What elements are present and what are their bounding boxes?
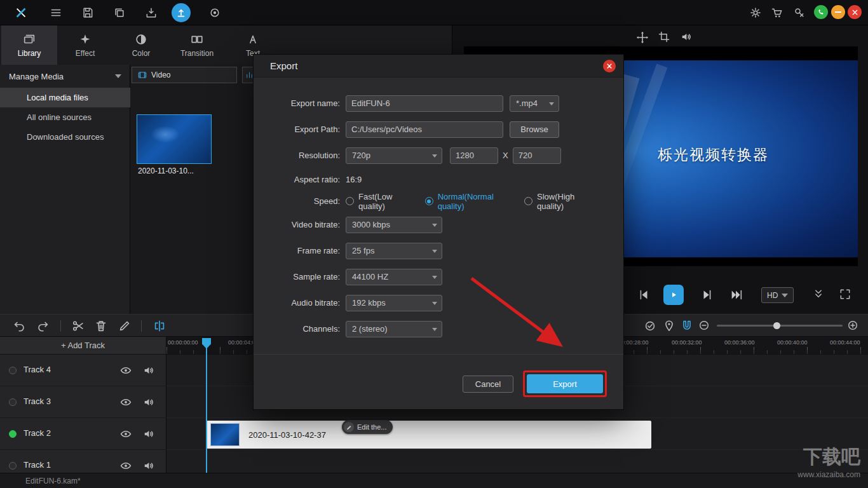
tab-color[interactable]: Color [113, 25, 169, 65]
track-status-indicator[interactable] [9, 398, 17, 406]
sidebar-item-local-media[interactable]: Local media files [0, 88, 130, 107]
watermark: 下载吧 www.xiazaiba.com [797, 444, 860, 479]
format-dropdown[interactable]: *.mp4 [510, 95, 559, 112]
sample-rate-dropdown[interactable]: 44100 HZ [346, 269, 442, 285]
track-status-indicator[interactable] [9, 462, 17, 470]
tab-effect[interactable]: Effect [57, 25, 113, 65]
watermark-url: www.xiazaiba.com [797, 470, 860, 479]
export-button[interactable]: Export [527, 374, 603, 393]
cut-icon[interactable] [71, 319, 85, 333]
manage-media-dropdown[interactable]: Manage Media [0, 67, 130, 86]
dialog-titlebar: Export [254, 55, 623, 78]
mute-speaker-icon[interactable] [142, 428, 155, 440]
cart-icon[interactable] [770, 5, 785, 20]
track-status-indicator[interactable] [9, 430, 17, 438]
sidebar-item-downloaded[interactable]: Downloaded sources [0, 127, 130, 147]
visibility-eye-icon[interactable] [119, 428, 132, 440]
skip-end-icon[interactable] [729, 288, 743, 302]
channels-label: Channels: [270, 324, 340, 334]
media-tab-video[interactable]: Video [132, 67, 237, 83]
move-tool-icon[interactable] [635, 30, 649, 44]
volume-icon[interactable] [680, 30, 694, 44]
media-sidebar: Manage Media Local media files All onlin… [0, 65, 130, 314]
copy-project-icon[interactable] [112, 5, 127, 20]
resolution-dropdown[interactable]: 720p [346, 147, 442, 164]
settings-gear-icon[interactable] [748, 5, 763, 20]
visibility-eye-icon[interactable] [119, 364, 132, 377]
track-header: Track 4 [0, 355, 166, 386]
frame-rate-label: Frame rate: [270, 246, 340, 255]
video-icon [137, 70, 147, 80]
clip-thumbnail [210, 423, 240, 446]
skip-back-icon[interactable] [637, 288, 651, 302]
statusbar: EditFUN-6.kam* [0, 473, 868, 488]
magnet-snap-icon[interactable] [680, 319, 694, 333]
width-input[interactable] [450, 147, 498, 164]
next-frame-icon[interactable] [700, 288, 714, 302]
timeline-clip[interactable]: 2020-11-03-10-42-37 [207, 421, 651, 449]
export-path-input[interactable] [346, 121, 503, 138]
speed-label: Speed: [270, 196, 340, 206]
crop-tool-icon[interactable] [658, 30, 672, 44]
speed-radio-normal[interactable] [425, 197, 433, 205]
mute-speaker-icon[interactable] [142, 364, 155, 377]
zoom-slider-handle[interactable] [773, 322, 780, 329]
render-preview-icon[interactable] [643, 319, 657, 333]
mute-speaker-icon[interactable] [142, 396, 155, 409]
redo-icon[interactable] [36, 319, 50, 333]
fullscreen-icon[interactable] [839, 288, 853, 302]
chevron-down-icon [432, 154, 437, 158]
import-icon[interactable] [144, 5, 159, 20]
visibility-eye-icon[interactable] [119, 459, 132, 472]
menu-icon[interactable] [48, 5, 64, 20]
play-button[interactable] [663, 285, 684, 305]
cancel-button[interactable]: Cancel [463, 376, 513, 393]
contact-phone-icon[interactable] [814, 5, 828, 19]
audio-bitrate-dropdown[interactable]: 192 kbps [346, 295, 442, 311]
split-icon[interactable] [153, 319, 166, 333]
media-thumbnail[interactable] [137, 114, 212, 164]
export-name-input[interactable] [346, 95, 503, 112]
save-icon[interactable] [80, 5, 95, 20]
export-icon[interactable] [172, 3, 191, 22]
minimize-icon[interactable] [831, 5, 845, 19]
track-name: Track 1 [24, 460, 51, 470]
tab-label: Transition [180, 49, 214, 58]
clip-edit-badge[interactable]: Edit the... [342, 420, 393, 434]
undo-icon[interactable] [13, 319, 27, 333]
dialog-divider [254, 354, 623, 355]
format-value: *.mp4 [516, 98, 538, 108]
video-bitrate-dropdown[interactable]: 3000 kbps [346, 217, 442, 233]
delete-icon[interactable] [94, 319, 108, 333]
video-bitrate-value: 3000 kbps [352, 220, 390, 229]
visibility-eye-icon[interactable] [119, 396, 132, 409]
login-key-icon[interactable] [792, 5, 807, 20]
browse-button[interactable]: Browse [510, 121, 559, 138]
dialog-close-button[interactable] [603, 60, 616, 72]
speed-radio-slow[interactable] [524, 197, 532, 205]
zoom-out-icon[interactable] [698, 319, 712, 333]
mute-speaker-icon[interactable] [142, 459, 155, 472]
record-icon[interactable] [207, 5, 222, 20]
media-tab-label: Video [151, 71, 170, 79]
tab-library[interactable]: Library [1, 25, 57, 65]
height-input[interactable] [513, 147, 561, 164]
frame-rate-dropdown[interactable]: 25 fps [346, 243, 442, 259]
ruler-label: 00:00:40:00 [777, 339, 808, 346]
app-logo [14, 5, 29, 20]
tab-transition[interactable]: Transition [169, 25, 225, 65]
timeline-zoom-slider[interactable] [717, 325, 843, 327]
track-status-indicator[interactable] [9, 367, 17, 374]
quality-dropdown[interactable]: HD [761, 287, 794, 303]
add-track-button[interactable]: + Add Track [0, 337, 166, 355]
sidebar-item-online-sources[interactable]: All online sources [0, 107, 130, 127]
text-icon [246, 32, 260, 46]
speed-radio-fast[interactable] [346, 197, 354, 205]
channels-dropdown[interactable]: 2 (stereo) [346, 321, 442, 337]
edit-pencil-icon[interactable] [118, 319, 132, 333]
marker-pin-icon[interactable] [662, 319, 676, 333]
close-icon[interactable] [848, 5, 862, 19]
zoom-in-icon[interactable] [846, 319, 860, 333]
double-chevron-down-icon[interactable] [812, 288, 826, 302]
sample-rate-label: Sample rate: [270, 272, 340, 281]
